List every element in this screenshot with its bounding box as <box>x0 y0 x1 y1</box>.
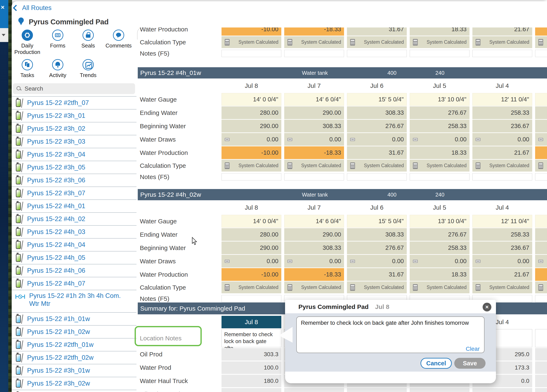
data-cell[interactable]: 290.00 <box>284 106 344 119</box>
data-cell[interactable]: 308.33 <box>347 106 407 119</box>
data-cell[interactable]: -10.00 <box>221 27 281 36</box>
data-cell[interactable]: 0.00 <box>347 133 407 146</box>
data-cell[interactable]: System Calculated <box>347 160 407 172</box>
save-button[interactable]: Save <box>454 358 485 369</box>
summary-cell[interactable]: 100.0 <box>221 361 281 374</box>
data-cell[interactable]: System Calculated <box>347 36 407 48</box>
well-list-item[interactable]: Pyrus 15-22 #4h_06 <box>12 264 137 277</box>
summary-cell[interactable]: 180.0 <box>221 375 281 387</box>
data-cell[interactable]: 21.67 <box>472 146 532 159</box>
summary-cell[interactable] <box>535 361 547 374</box>
well-list-item[interactable]: Pyrus 15-22 #3h_05 <box>12 161 137 174</box>
data-cell[interactable]: 280.00 <box>221 228 281 241</box>
Forms[interactable]: Forms <box>42 30 73 55</box>
well-list-item[interactable]: Pyrus 15-22 #1h_02w <box>12 325 137 338</box>
data-cell[interactable]: 21.67 <box>472 27 532 36</box>
data-cell[interactable]: 13' 10 0/4" <box>410 215 470 227</box>
data-cell[interactable]: 308.33 <box>284 241 344 254</box>
data-cell[interactable] <box>535 133 547 146</box>
data-cell[interactable]: 18.33 <box>410 146 470 159</box>
summary-cell[interactable] <box>535 348 547 361</box>
data-cell[interactable]: 280.00 <box>221 106 281 119</box>
data-cell[interactable]: 276.67 <box>347 120 407 133</box>
data-cell[interactable]: -18.33 <box>284 268 344 281</box>
data-cell[interactable] <box>535 27 547 36</box>
data-cell[interactable] <box>347 50 407 57</box>
data-cell[interactable]: 290.00 <box>284 228 344 241</box>
cancel-button[interactable]: Cancel <box>421 358 452 369</box>
data-cell[interactable]: 13' 10 0/4" <box>410 93 470 106</box>
data-cell[interactable]: 12' 11 0/4" <box>472 93 532 106</box>
data-cell[interactable]: 18.33 <box>410 27 470 36</box>
data-cell[interactable]: 0.00 <box>410 133 470 146</box>
well-list-item[interactable]: Pyrus 15-22 #3h_03 <box>12 135 137 148</box>
data-cell[interactable]: -10.00 <box>221 268 281 281</box>
data-cell[interactable]: System Calculated <box>284 36 344 48</box>
well-list-item[interactable]: Pyrus 15-22 #3h_06 <box>12 174 137 186</box>
well-list-item[interactable]: Pyrus 15-22 #1h 2h 3h 4h Com. Wtr Mtr <box>12 290 137 312</box>
data-cell[interactable]: 290.00 <box>221 241 281 254</box>
clear-link[interactable]: Clear <box>466 345 480 352</box>
data-cell[interactable] <box>535 281 547 293</box>
well-list-item[interactable]: Pyrus 15-22 #4h_07 <box>12 277 137 290</box>
data-cell[interactable] <box>221 173 281 180</box>
Activity[interactable]: Activity <box>42 59 73 79</box>
data-cell[interactable]: System Calculated <box>221 36 281 48</box>
data-cell[interactable]: System Calculated <box>284 281 344 293</box>
summary-cell[interactable] <box>535 329 547 347</box>
data-cell[interactable]: System Calculated <box>472 160 532 172</box>
data-cell[interactable]: System Calculated <box>410 36 470 48</box>
well-list-item[interactable]: Pyrus 15-22 #4h_04 <box>12 238 137 251</box>
Trends[interactable]: Trends <box>73 59 103 79</box>
data-cell[interactable]: System Calculated <box>472 281 532 293</box>
data-cell[interactable] <box>221 50 281 57</box>
well-list-item[interactable]: Pyrus 15-22 #3h_02w <box>12 377 137 390</box>
data-cell[interactable] <box>221 295 281 302</box>
well-list-item[interactable]: Pyrus 15-22 #4h_01w <box>12 390 137 392</box>
summary-cell[interactable] <box>535 388 547 392</box>
data-cell[interactable] <box>535 50 547 57</box>
data-cell[interactable]: 0.00 <box>221 255 281 267</box>
data-cell[interactable]: 14' 0 0/4" <box>221 93 281 106</box>
data-cell[interactable]: 21.67 <box>472 268 532 281</box>
data-cell[interactable]: System Calculated <box>410 281 470 293</box>
data-cell[interactable] <box>472 50 532 57</box>
data-cell[interactable]: -18.33 <box>284 27 344 36</box>
summary-cell[interactable] <box>535 375 547 387</box>
data-cell[interactable] <box>535 160 547 172</box>
data-cell[interactable]: System Calculated <box>410 160 470 172</box>
data-cell[interactable]: 236.67 <box>472 241 532 254</box>
data-cell[interactable]: System Calculated <box>221 160 281 172</box>
well-list-item[interactable]: Pyrus 15-22 #3h_01 <box>12 109 137 122</box>
data-cell[interactable]: 290.00 <box>221 120 281 133</box>
summary-cell[interactable]: 0.0 <box>221 388 281 392</box>
data-cell[interactable]: 0.00 <box>284 133 344 146</box>
summary-cell[interactable]: 0.0 <box>472 388 532 392</box>
well-list-item[interactable]: Pyrus 15-22 #3h_02 <box>12 122 137 135</box>
data-cell[interactable]: -18.33 <box>284 146 344 159</box>
data-cell[interactable]: 308.33 <box>284 120 344 133</box>
data-cell[interactable]: 15' 5 0/4" <box>347 215 407 227</box>
data-cell[interactable]: System Calculated <box>221 281 281 293</box>
data-cell[interactable]: 0.00 <box>472 133 532 146</box>
well-list-item[interactable]: Pyrus 15-22 #3h_07 <box>12 186 137 199</box>
data-cell[interactable] <box>535 255 547 267</box>
data-cell[interactable]: 18.33 <box>410 268 470 281</box>
data-cell[interactable]: 0.00 <box>472 255 532 267</box>
Daily Production[interactable]: Daily Production <box>12 30 42 55</box>
data-cell[interactable] <box>347 173 407 180</box>
well-list-item[interactable]: Pyrus 15-22 #2tfh_02w <box>12 351 137 364</box>
data-cell[interactable] <box>410 173 470 180</box>
data-cell[interactable] <box>535 241 547 254</box>
data-cell[interactable]: 31.67 <box>347 27 407 36</box>
data-cell[interactable] <box>535 268 547 281</box>
data-cell[interactable]: 258.33 <box>472 106 532 119</box>
data-cell[interactable] <box>472 173 532 180</box>
data-cell[interactable]: 258.33 <box>472 228 532 241</box>
Comments[interactable]: Comments <box>103 30 134 55</box>
data-cell[interactable] <box>535 93 547 106</box>
well-list-item[interactable]: Pyrus 15-22 #4h_02 <box>12 212 137 225</box>
data-cell[interactable]: 258.33 <box>410 241 470 254</box>
data-cell[interactable] <box>535 228 547 241</box>
data-cell[interactable]: 14' 0 0/4" <box>221 215 281 227</box>
